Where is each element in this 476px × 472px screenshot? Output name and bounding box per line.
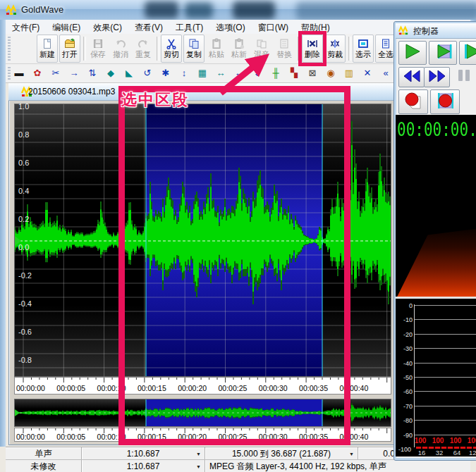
toolbar-button-label: 剪裁 xyxy=(327,49,343,60)
menu-item-选项[interactable]: 选项(O) xyxy=(209,20,251,34)
fx-tool-18-icon[interactable]: ◉ xyxy=(322,65,340,82)
viewsel-icon xyxy=(358,38,369,49)
menu-item-查看[interactable]: 查看(V) xyxy=(128,20,169,34)
spectrum-freq-label: 64 xyxy=(449,449,465,457)
annotation-arrow xyxy=(208,44,282,100)
fx-tool-5-icon[interactable]: ⇅ xyxy=(83,65,102,82)
spectrum-db-label-bottom: -100 xyxy=(396,446,411,453)
redo-icon xyxy=(138,38,149,49)
fx-tool-8-icon[interactable]: ↺ xyxy=(138,65,157,82)
play-all-button[interactable] xyxy=(429,41,457,65)
goldwave-controller-icon xyxy=(398,25,408,38)
toolbar-button-label: 全选 xyxy=(378,49,393,60)
aero-glass-blur xyxy=(296,2,476,20)
fx-tool-6-icon[interactable]: ◆ xyxy=(102,65,120,82)
undo-icon xyxy=(115,38,126,49)
toolbar-button-label: 选示 xyxy=(355,49,371,60)
goldwave-logo-icon xyxy=(6,4,17,18)
status-length2-dropdown[interactable]: 1:10.687▼ xyxy=(82,460,205,472)
annotation-selection-rectangle xyxy=(118,86,350,445)
toolbar-button-label: 复制 xyxy=(186,49,202,60)
toolbar-separator xyxy=(157,37,159,61)
fx-tool-17-icon[interactable]: ⊠ xyxy=(303,65,322,82)
window-title: GoldWave xyxy=(21,4,63,15)
window-frame-left xyxy=(0,20,6,447)
menu-item-效果[interactable]: 效果(C) xyxy=(87,20,128,34)
fx-tool-19-icon[interactable]: ▥ xyxy=(340,65,358,82)
spectrum-gridline xyxy=(415,420,476,421)
record-icon xyxy=(434,92,456,113)
spectrum-freq-label: 16 xyxy=(414,449,429,457)
document-title: 20150606 093041.mp3 xyxy=(28,87,115,97)
toolbar-button-撤消[interactable]: 撤消 xyxy=(110,35,131,63)
visualization-panel xyxy=(396,142,476,297)
spectrum-gridline xyxy=(415,334,476,335)
copy-icon xyxy=(188,38,200,49)
toolbar-button-复制[interactable]: 复制 xyxy=(183,35,205,63)
spectrum-db-label: -50 xyxy=(396,374,413,381)
overview-marker-icon xyxy=(15,409,20,416)
menu-item-文件[interactable]: 文件(F) xyxy=(6,20,46,34)
toolbar-button-label: 打开 xyxy=(62,49,78,60)
spectrum-db-label: -70 xyxy=(396,403,413,410)
spectrum-peak-value: 100 xyxy=(430,437,446,445)
spectrum-gridline xyxy=(415,377,476,378)
menu-item-窗口[interactable]: 窗口(W) xyxy=(252,20,295,34)
spectrum-freq-label: 128 xyxy=(467,449,476,457)
toolbar-button-新建[interactable]: 新建 xyxy=(37,35,58,63)
play-icon xyxy=(403,43,422,63)
fx-tool-10-icon[interactable]: ↕ xyxy=(175,65,193,82)
menu-item-工具[interactable]: 工具(T) xyxy=(169,20,209,34)
spectrum-fire-visual xyxy=(396,142,476,297)
chevron-down-icon: ▼ xyxy=(196,452,201,457)
y-axis-label: -0.8 xyxy=(18,356,32,364)
spectrum-db-label: -60 xyxy=(396,388,413,395)
aero-glass-blur xyxy=(185,3,213,18)
toolbar-button-label: 保存 xyxy=(90,49,106,60)
play-button[interactable] xyxy=(398,41,427,65)
toolbar-button-剪切[interactable]: 剪切 xyxy=(161,35,182,63)
status-channel: 单声 xyxy=(6,447,82,460)
pause-icon xyxy=(455,68,473,86)
toolbar-button-重复[interactable]: 重复 xyxy=(133,35,154,63)
fx-tool-9-icon[interactable]: ✱ xyxy=(157,65,175,82)
fx-tool-1-icon[interactable]: ▬ xyxy=(10,65,28,82)
record-button[interactable] xyxy=(430,89,460,114)
spectrum-peak-value: 100 xyxy=(448,437,463,445)
play-alt-icon xyxy=(463,43,476,63)
fx-tool-21-icon[interactable]: « xyxy=(377,65,395,82)
toolbar-button-选示[interactable]: 选示 xyxy=(353,35,374,63)
fx-tool-20-icon[interactable]: ✕ xyxy=(358,65,377,82)
toolbar-button-剪裁[interactable]: 剪裁 xyxy=(324,35,346,63)
goldwave-application: GoldWave 文件(F)编辑(E)效果(C)查看(V)工具(T)选项(O)窗… xyxy=(0,0,476,472)
window-titlebar[interactable]: GoldWave xyxy=(0,0,476,20)
toolbar-grip[interactable] xyxy=(8,67,11,80)
trim-icon xyxy=(329,38,341,49)
toolbar-button-保存[interactable]: 保存 xyxy=(87,35,109,63)
fx-tool-4-icon[interactable]: → xyxy=(65,65,83,82)
record-new-button[interactable] xyxy=(398,89,428,114)
rewind-button[interactable] xyxy=(398,67,425,87)
y-axis-label: -0.2 xyxy=(18,271,32,280)
menu-item-编辑[interactable]: 编辑(E) xyxy=(46,20,87,34)
y-axis-label: 0.0 xyxy=(18,243,29,251)
toolbar-button-打开[interactable]: 打开 xyxy=(59,35,80,63)
fx-tool-2-icon[interactable]: ✿ xyxy=(28,65,47,82)
toolbar-grip[interactable] xyxy=(8,37,11,61)
fx-tool-16-icon[interactable]: ▚ xyxy=(285,65,303,82)
status-length-dropdown[interactable]: 1:10.687▼ xyxy=(82,447,205,460)
spectrum-db-label: -80 xyxy=(396,417,413,424)
pause-button[interactable] xyxy=(453,67,475,86)
y-axis-label: 0.8 xyxy=(18,130,29,139)
fx-tool-7-icon[interactable]: ◣ xyxy=(120,65,138,82)
fx-tool-3-icon[interactable]: ✂ xyxy=(47,65,65,82)
y-axis-label: -0.4 xyxy=(18,299,32,308)
fast-forward-button[interactable] xyxy=(424,67,450,87)
spectrum-peak-value: 100 xyxy=(465,437,476,445)
spectrum-gridline xyxy=(415,435,476,435)
status-selection-dropdown[interactable]: 15.000 到 36.687 (21.687)▼ xyxy=(205,447,358,460)
spectrum-gridline xyxy=(415,363,476,364)
play-alt-button[interactable] xyxy=(459,41,476,65)
folder-icon xyxy=(64,38,75,49)
time-tick-label: 00:00:00 xyxy=(16,384,45,392)
